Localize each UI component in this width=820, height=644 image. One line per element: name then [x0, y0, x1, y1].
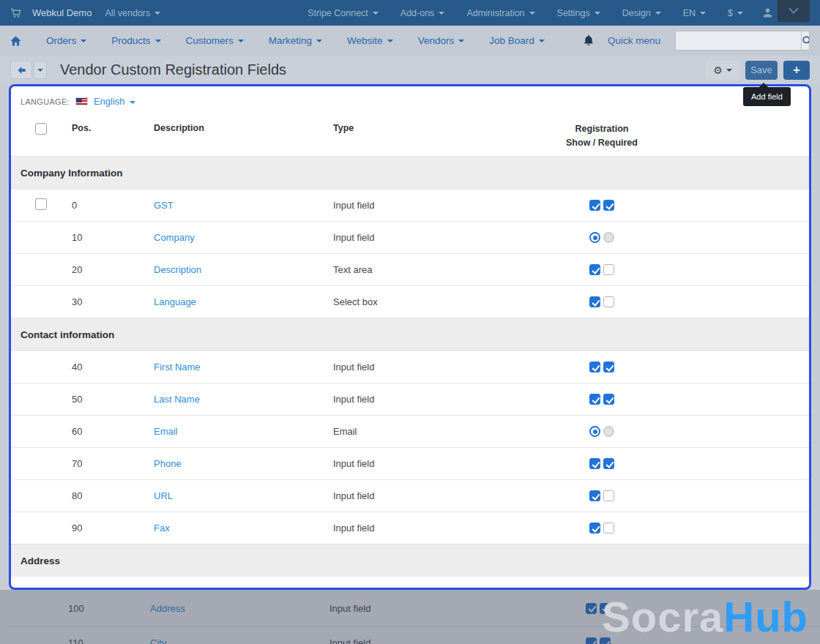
chevron-down-icon: [655, 12, 661, 15]
field-type: Input field: [324, 490, 499, 501]
show-checkbox[interactable]: [589, 490, 600, 501]
column-header-pos: Pos.: [62, 123, 144, 133]
field-link-language[interactable]: Language: [154, 296, 196, 307]
registration-controls: [499, 296, 704, 307]
position-value: 60: [62, 426, 144, 437]
show-checkbox[interactable]: [589, 523, 600, 533]
row-select-checkbox[interactable]: [35, 198, 47, 210]
registration-controls: [499, 523, 704, 533]
required-checkbox[interactable]: [603, 490, 614, 501]
nav-item-website[interactable]: Website: [347, 35, 393, 46]
show-checkbox[interactable]: [589, 296, 600, 307]
collapse-panel-button[interactable]: [778, 0, 810, 22]
field-link-company[interactable]: Company: [154, 232, 195, 243]
field-type: Input field: [324, 523, 499, 533]
nav-item-marketing[interactable]: Marketing: [269, 35, 322, 46]
search-icon: [802, 35, 810, 46]
topbar-menu-settings[interactable]: Settings: [557, 8, 600, 18]
topbar-menu-administration[interactable]: Administration: [466, 8, 534, 18]
show-checkbox[interactable]: [589, 200, 600, 211]
field-row-url: 80URLInput field: [11, 479, 809, 512]
cart-icon: [10, 7, 22, 19]
required-checkbox[interactable]: [603, 296, 614, 307]
select-all-checkbox[interactable]: [35, 123, 47, 135]
field-link-first-name[interactable]: First Name: [154, 362, 201, 372]
topbar-menu-design[interactable]: Design: [622, 8, 661, 18]
field-row-language: 30LanguageSelect box: [11, 285, 809, 318]
content-panel: LANGUAGE: English Pos. Description Type …: [9, 84, 811, 590]
field-row-phone: 70PhoneInput field: [11, 447, 809, 479]
chevron-down-icon: [154, 12, 160, 15]
required-checkbox[interactable]: [603, 394, 614, 405]
required-checkbox[interactable]: [603, 200, 614, 211]
nav-item-customers[interactable]: Customers: [186, 35, 244, 46]
show-checkbox[interactable]: [589, 362, 600, 372]
position-value: 50: [62, 394, 144, 405]
back-history-dropdown[interactable]: [34, 61, 47, 79]
chevron-down-icon: [81, 40, 86, 42]
position-value: 70: [62, 458, 144, 469]
home-button[interactable]: [10, 36, 21, 46]
registration-controls: [499, 232, 704, 243]
required-checkbox[interactable]: [603, 264, 614, 275]
show-radio[interactable]: [589, 232, 600, 243]
chevron-down-icon: [458, 40, 464, 42]
chevron-down-icon: [700, 12, 706, 15]
nav-item-vendors[interactable]: Vendors: [418, 35, 465, 46]
topbar-menu-stripe-connect[interactable]: Stripe Connect: [308, 8, 379, 18]
settings-gear-button[interactable]: ⚙: [706, 61, 739, 80]
add-field-button[interactable]: +: [783, 61, 810, 80]
registration-controls: [499, 426, 704, 437]
back-button[interactable]: [10, 61, 32, 79]
table-body: Company Information0GSTInput field10Comp…: [11, 156, 809, 577]
store-name[interactable]: Webkul Demo: [32, 7, 92, 18]
nav-item-orders[interactable]: Orders: [46, 35, 86, 46]
required-checkbox[interactable]: [603, 458, 614, 469]
field-link-fax[interactable]: Fax: [154, 523, 170, 533]
nav-item-products[interactable]: Products: [111, 35, 160, 46]
field-link-last-name[interactable]: Last Name: [154, 394, 200, 405]
search-button[interactable]: [801, 31, 810, 50]
language-dropdown[interactable]: English: [94, 96, 135, 107]
chevron-down-icon: [238, 40, 244, 42]
search-input[interactable]: [676, 31, 801, 50]
section-header-contact-information: Contact information: [11, 318, 809, 351]
chevron-down-icon: [316, 40, 322, 42]
quick-menu-link[interactable]: Quick menu: [608, 35, 660, 46]
topbar-menu-[interactable]: $: [728, 8, 743, 18]
nav-item-job-board[interactable]: Job Board: [489, 35, 545, 46]
show-checkbox[interactable]: [589, 264, 600, 275]
field-type: Input field: [324, 362, 499, 372]
topbar-menu-add-ons[interactable]: Add-ons: [400, 8, 445, 18]
section-header-company-information: Company Information: [11, 156, 809, 189]
watermark: SocraHub: [602, 590, 808, 644]
language-selector-row: LANGUAGE: English: [11, 86, 809, 113]
chevron-down-icon: [594, 12, 600, 15]
show-radio[interactable]: [589, 426, 600, 437]
column-header-registration: Registration Show / Required: [499, 123, 704, 149]
topbar-menu-en[interactable]: EN: [683, 8, 706, 18]
language-label: LANGUAGE:: [20, 97, 70, 106]
position-value: 90: [62, 523, 144, 533]
home-icon: [10, 36, 21, 46]
field-link-email[interactable]: Email: [154, 426, 178, 437]
vendor-selector[interactable]: All vendors: [105, 8, 160, 18]
field-link-phone[interactable]: Phone: [154, 458, 182, 469]
chevron-down-icon: [726, 69, 732, 72]
table-header-row: Pos. Description Type Registration Show …: [11, 113, 809, 156]
field-link-description[interactable]: Description: [154, 264, 201, 275]
field-row-fax: 90FaxInput field: [11, 512, 809, 544]
required-checkbox[interactable]: [603, 523, 614, 533]
show-checkbox[interactable]: [589, 458, 600, 469]
chevron-down-icon: [439, 12, 444, 15]
field-link-url[interactable]: URL: [154, 490, 173, 501]
show-checkbox[interactable]: [589, 394, 600, 405]
save-button[interactable]: Save: [745, 61, 778, 80]
notifications-bell[interactable]: [583, 34, 594, 47]
position-value: 20: [62, 264, 144, 275]
registration-controls: [499, 490, 704, 501]
field-link-gst[interactable]: GST: [154, 200, 174, 211]
required-checkbox[interactable]: [603, 362, 614, 372]
page-header: Vendor Custom Registration Fields ⚙ Save…: [0, 56, 820, 84]
topbar-menu: Stripe ConnectAdd-onsAdministrationSetti…: [308, 8, 743, 18]
